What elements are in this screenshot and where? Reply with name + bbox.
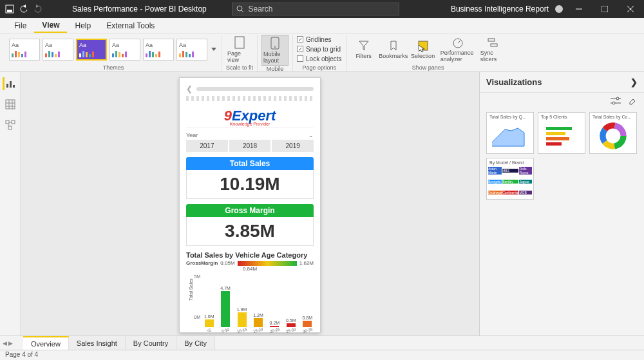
tab-sales-insight[interactable]: Sales Insight	[69, 336, 126, 350]
svg-line-13	[458, 41, 460, 43]
back-icon[interactable]: ❮	[186, 84, 193, 93]
bar-20-25: 0.2M20-25	[269, 321, 281, 332]
tab-next-icon[interactable]: ▶	[8, 340, 13, 346]
gross-margin-value: 3.85M	[186, 217, 314, 246]
mobile-preview: ❮ 9Expert Knowledge Provider Year⌄ 2017 …	[179, 77, 321, 333]
svg-line-28	[8, 124, 10, 126]
tab-prev-icon[interactable]: ◀	[3, 340, 7, 346]
status-bar: Page 4 of 4	[0, 350, 644, 360]
bar-5-10: 4.7M5-10	[219, 286, 231, 332]
svg-point-2	[237, 6, 242, 11]
ribbon: Aa Aa Aa Aa Aa Aa Themes Page view Scale…	[0, 33, 644, 72]
logo: 9Expert Knowledge Provider	[186, 104, 314, 128]
user-avatar[interactable]	[555, 5, 563, 13]
svg-rect-18	[13, 85, 15, 88]
svg-rect-19	[6, 100, 15, 109]
svg-rect-14	[488, 39, 495, 41]
chevron-right-icon[interactable]: ❯	[630, 77, 638, 87]
viz-card-area[interactable]: Total Sales by Q...	[486, 112, 534, 154]
year-2019[interactable]: 2019	[272, 140, 314, 152]
svg-rect-16	[6, 84, 8, 88]
theme-swatch-2[interactable]: Aa	[43, 39, 73, 61]
viz-card-donut[interactable]: Total Sales by Co...	[589, 112, 637, 154]
svg-line-3	[242, 10, 243, 12]
gross-margin-header: Gross Margin	[186, 204, 314, 217]
redo-icon[interactable]	[32, 3, 44, 15]
theme-swatch-3[interactable]: Aa	[76, 39, 107, 61]
themes-dropdown-icon[interactable]	[210, 35, 218, 64]
workspace: ❮ 9Expert Knowledge Provider Year⌄ 2017 …	[0, 72, 644, 336]
page-view-button[interactable]: Page view	[226, 35, 253, 64]
menu-file[interactable]: File	[6, 18, 34, 33]
svg-rect-33	[546, 127, 572, 130]
bar-<5: 1.0M<5	[203, 314, 215, 332]
year-2018[interactable]: 2018	[229, 140, 271, 152]
viz-card-bars[interactable]: Top 5 Clients	[538, 112, 585, 154]
visualizations-pane: Visualizations ❯ Total Sales by Q... Top…	[479, 72, 644, 336]
menu-help[interactable]: Help	[67, 18, 99, 33]
theme-swatch-1[interactable]: Aa	[9, 39, 40, 61]
report-view-icon[interactable]	[3, 77, 15, 90]
mobile-layout-button[interactable]: Mobile layout	[261, 35, 289, 66]
titlebar: Sales Performance - Power BI Desktop Sea…	[0, 0, 644, 18]
report-canvas[interactable]: ❮ 9Expert Knowledge Provider Year⌄ 2017 …	[21, 72, 479, 336]
search-placeholder: Search	[248, 5, 272, 14]
svg-rect-36	[546, 142, 562, 146]
bookmarks-button[interactable]: Bookmarks	[380, 39, 407, 61]
svg-point-30	[616, 97, 619, 100]
report-label: Business Intelligence Report	[451, 5, 549, 14]
tab-by-city[interactable]: By City	[176, 336, 215, 350]
menu-view[interactable]: View	[34, 18, 67, 33]
minimize-button[interactable]	[569, 0, 589, 18]
visualizations-header: Visualizations	[486, 77, 542, 87]
performance-analyzer-button[interactable]: Performance analyzer	[439, 35, 477, 64]
theme-swatch-5[interactable]: Aa	[143, 39, 174, 61]
theme-swatch-6[interactable]: Aa	[176, 39, 207, 61]
svg-rect-5	[601, 6, 608, 12]
bar-chart[interactable]: Total Sales 5M0M 1.0M<54.7M5-101.9M10-15…	[186, 274, 314, 332]
year-slicer[interactable]: Year⌄ 2017 2018 2019	[186, 132, 314, 152]
theme-swatch-4[interactable]: Aa	[109, 39, 140, 61]
bar-chart-title: Total Sales by Vehicle Age Category	[186, 251, 314, 259]
svg-rect-15	[491, 44, 497, 46]
chevron-down-icon[interactable]: ⌄	[308, 132, 314, 138]
ribbon-label-themes: Themes	[103, 64, 124, 71]
year-2017[interactable]: 2017	[186, 140, 228, 152]
selection-button[interactable]: Selection	[410, 39, 437, 61]
undo-icon[interactable]	[18, 3, 30, 15]
gridlines-checkbox[interactable]: ✓Gridlines	[297, 35, 331, 44]
color-scale: GrossMargin 0.05M 1.62M	[186, 260, 314, 266]
eraser-icon[interactable]	[627, 97, 636, 106]
filters-button[interactable]: Filters	[350, 39, 377, 61]
bar-30-35: 0.8M30-35	[301, 316, 314, 332]
search-box[interactable]: Search	[232, 3, 399, 15]
tab-by-country[interactable]: By Country	[126, 336, 176, 350]
viz-card-treemap[interactable]: By Model / Brand Aston MartinMBSRolls Ro…	[486, 158, 534, 200]
ribbon-label-scale: Scale to fit	[226, 64, 253, 71]
settings-icon[interactable]	[611, 97, 621, 106]
menubar: File View Help External Tools	[0, 18, 644, 33]
close-button[interactable]	[621, 0, 640, 18]
svg-rect-34	[546, 132, 565, 135]
search-icon	[236, 5, 244, 13]
svg-rect-26	[8, 126, 12, 129]
grid-ruler	[186, 96, 314, 101]
sync-slicers-button[interactable]: Sync slicers	[479, 35, 506, 64]
model-view-icon[interactable]	[4, 118, 17, 131]
svg-point-32	[612, 102, 615, 104]
view-switcher	[0, 72, 21, 336]
data-view-icon[interactable]	[4, 98, 17, 111]
maximize-button[interactable]	[595, 0, 614, 18]
svg-rect-8	[235, 37, 244, 48]
lock-objects-checkbox[interactable]: Lock objects	[297, 54, 342, 63]
bar-25-30: 0.5M25-30	[285, 318, 297, 332]
total-sales-value: 10.19M	[186, 170, 314, 199]
menu-external-tools[interactable]: External Tools	[99, 18, 162, 33]
ribbon-label-show-panes: Show panes	[412, 64, 444, 71]
tab-overview[interactable]: Overview	[23, 336, 69, 350]
save-icon[interactable]	[4, 3, 15, 15]
snap-to-grid-checkbox[interactable]: ✓Snap to grid	[297, 44, 341, 53]
svg-rect-25	[12, 120, 15, 124]
bar-10-15: 1.9M10-15	[236, 307, 248, 332]
bar-15-20: 1.2M15-20	[252, 313, 264, 332]
